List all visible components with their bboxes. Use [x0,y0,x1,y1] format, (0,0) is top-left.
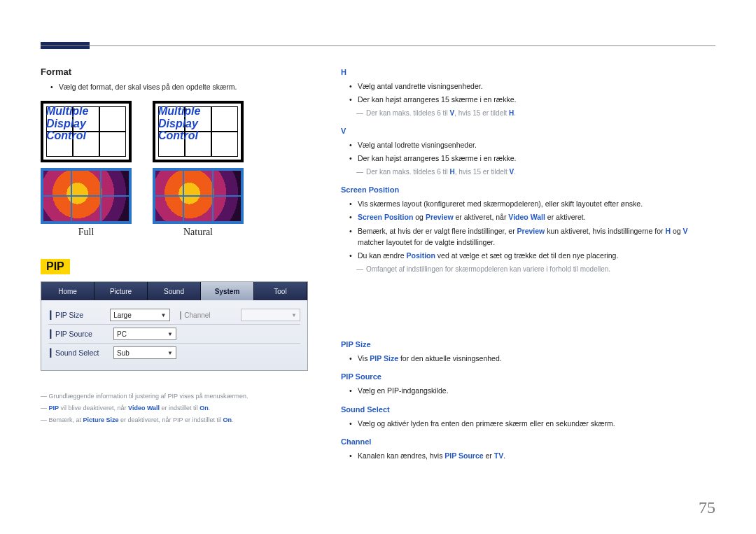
heading-pip-source: PIP Source [341,371,715,383]
list-item: Bemærk, at hvis der er valgt flere indst… [351,225,715,248]
right-column: H Vælg antal vandrette visningsenheder. … [341,66,715,463]
list-pip-source: Vælg en PIP-indgangskilde. [351,385,715,396]
format-desc: Vælg det format, der skal vises på den o… [52,83,317,91]
mdc-text: Multiple Display Control [158,105,200,142]
list-item: Vælg antal lodrette visningsenheder. [351,139,715,150]
pip-body: PIP Size Large ▼ ┃ Channel ▼ PIP Source … [41,300,307,370]
footnote-2: PIP vil blive deaktiveret, når Video Wal… [41,402,317,414]
chevron-down-icon: ▼ [167,331,173,337]
caption-full: Full [41,227,132,238]
caption-natural: Natural [153,227,244,238]
list-channel: Kanalen kan ændres, hvis PIP Source er T… [351,450,715,461]
select-sound[interactable]: Sub ▼ [113,346,176,359]
tab-sound[interactable]: Sound [148,282,201,300]
list-pip-size: Vis PIP Size for den aktuelle visningsen… [351,353,715,364]
heading-screen-position: Screen Position [341,184,715,196]
label-pip-size: PIP Size [48,311,104,319]
select-pip-size[interactable]: Large ▼ [110,309,169,321]
list-sound-select: Vælg og aktivér lyden fra enten den prim… [351,418,715,429]
list-item: Vis PIP Size for den aktuelle visningsen… [351,353,715,364]
pip-badge: PIP [41,259,70,274]
page-number: 75 [699,498,715,517]
flower-row [41,168,317,224]
value-sound: Sub [117,349,130,357]
list-h: Vælg antal vandrette visningsenheder. De… [351,80,715,106]
select-channel: ▼ [241,309,300,321]
chevron-down-icon: ▼ [167,350,173,356]
tab-tool[interactable]: Tool [254,282,307,300]
footnote-1: Grundlæggende information til justering … [41,391,317,402]
label-sound-select: Sound Select [48,349,108,357]
list-item: Kanalen kan ændres, hvis PIP Source er T… [351,450,715,461]
note-h: Der kan maks. tildeles 6 til V, hvis 15 … [358,108,715,119]
footnote-3: Bemærk, at Picture Size er deaktiveret, … [41,414,317,426]
list-v: Vælg antal lodrette visningsenheder. Der… [351,139,715,164]
list-item: Screen Position og Preview er aktiveret,… [351,211,715,223]
header-rule [41,45,715,46]
heading-pip-size: PIP Size [341,339,715,351]
tab-home[interactable]: Home [41,282,94,300]
note-screen-position: Omfanget af indstillingen for skærmopdel… [358,264,715,275]
pip-panel: Home Picture Sound System Tool PIP Size … [41,281,308,371]
mdc-preview-natural: Multiple Display Control [153,101,244,162]
mdc-row: Multiple Display Control Multiple Displa… [41,101,317,162]
pip-tabs: Home Picture Sound System Tool [41,282,307,300]
chevron-down-icon: ▼ [291,312,297,318]
value-pip-size: Large [113,311,132,319]
flower-natural [153,168,244,224]
label-channel-disabled: ┃ Channel [176,311,235,319]
heading-v: V [341,125,715,137]
value-pip-source: PC [117,330,127,338]
tab-system[interactable]: System [201,282,254,300]
list-screen-position: Vis skærmes layout (konfigureret med skæ… [351,198,715,261]
caption-row: Full Natural [41,224,317,238]
heading-sound-select: Sound Select [341,404,715,416]
list-item: Vælg og aktivér lyden fra enten den prim… [351,418,715,429]
footnotes: Grundlæggende information til justering … [41,391,317,426]
list-item: Vælg en PIP-indgangskilde. [351,385,715,396]
heading-channel: Channel [341,436,715,448]
format-heading: Format [41,66,317,77]
left-column: Format Vælg det format, der skal vises p… [41,66,317,463]
mdc-text: Multiple Display Control [46,105,88,142]
list-item: Vis skærmes layout (konfigureret med skæ… [351,198,715,209]
list-item: Du kan ændre Position ved at vælge et sæ… [351,250,715,261]
label-pip-source: PIP Source [48,330,108,338]
tab-picture[interactable]: Picture [94,282,148,300]
flower-full [41,168,132,224]
list-item: Vælg antal vandrette visningsenheder. [351,80,715,92]
note-v: Der kan maks. tildeles 6 til H, hvis 15 … [358,167,715,178]
list-item: Der kan højst arrangeres 15 skærme i en … [351,94,715,105]
list-item: Der kan højst arrangeres 15 skærme i en … [351,153,715,164]
heading-h: H [341,66,715,78]
select-pip-source[interactable]: PC ▼ [113,328,176,340]
chevron-down-icon: ▼ [161,312,167,318]
mdc-preview-full: Multiple Display Control [41,101,132,162]
